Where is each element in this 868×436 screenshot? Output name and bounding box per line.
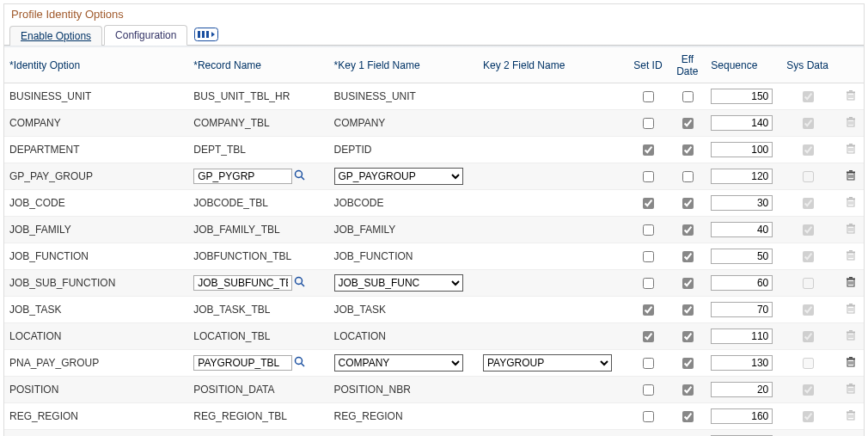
table-row: JOB_CODEJOBCODE_TBLJOBCODE bbox=[4, 190, 864, 217]
setid-checkbox[interactable] bbox=[643, 171, 654, 182]
sequence-input[interactable] bbox=[711, 142, 773, 157]
col-key1[interactable]: *Key 1 Field Name bbox=[329, 48, 478, 83]
svg-rect-8 bbox=[847, 91, 855, 93]
show-all-tabs-icon[interactable] bbox=[194, 28, 218, 41]
setid-checkbox[interactable] bbox=[643, 144, 654, 156]
sequence-input[interactable] bbox=[711, 249, 773, 264]
setid-checkbox[interactable] bbox=[643, 278, 654, 289]
setid-checkbox[interactable] bbox=[643, 304, 654, 316]
key1-select[interactable]: JOB_SUB_FUNC bbox=[334, 274, 463, 292]
record-name-cell: LOCATION_TBL bbox=[188, 323, 328, 350]
setid-checkbox[interactable] bbox=[643, 411, 654, 422]
record-name-input[interactable] bbox=[193, 275, 292, 291]
col-record-name[interactable]: *Record Name bbox=[188, 48, 328, 83]
table-row: JOB_SUB_FUNCTIONJOB_SUB_FUNC bbox=[4, 270, 864, 297]
key1-cell: SAL_ADMIN_PLAN bbox=[329, 430, 478, 437]
delete-row-icon[interactable] bbox=[837, 270, 864, 297]
delete-row-icon[interactable] bbox=[837, 377, 864, 403]
delete-row-icon[interactable] bbox=[837, 297, 864, 323]
delete-row-icon[interactable] bbox=[837, 350, 864, 377]
delete-row-icon[interactable] bbox=[837, 137, 864, 163]
lookup-icon[interactable] bbox=[294, 356, 306, 371]
svg-rect-1 bbox=[198, 31, 200, 38]
effdate-checkbox[interactable] bbox=[682, 171, 694, 182]
effdate-checkbox[interactable] bbox=[682, 304, 694, 316]
delete-row-icon[interactable] bbox=[837, 163, 864, 190]
sequence-input[interactable] bbox=[711, 89, 773, 104]
effdate-checkbox[interactable] bbox=[682, 224, 694, 236]
key1-select[interactable]: COMPANY bbox=[334, 354, 463, 372]
effdate-checkbox[interactable] bbox=[682, 384, 694, 396]
sequence-input[interactable] bbox=[711, 222, 773, 237]
sequence-input[interactable] bbox=[711, 302, 773, 317]
sequence-input[interactable] bbox=[711, 195, 773, 211]
svg-rect-40 bbox=[847, 224, 855, 226]
record-name-cell: JOBCODE_TBL bbox=[188, 190, 328, 217]
record-name-input[interactable] bbox=[193, 169, 292, 184]
svg-rect-35 bbox=[849, 197, 853, 199]
effdate-checkbox[interactable] bbox=[682, 331, 694, 342]
col-eff-date[interactable]: Eff Date bbox=[669, 48, 706, 83]
delete-row-icon[interactable] bbox=[837, 243, 864, 270]
delete-row-icon[interactable] bbox=[837, 83, 864, 110]
record-name-input[interactable] bbox=[193, 355, 292, 371]
setid-checkbox[interactable] bbox=[643, 358, 654, 369]
svg-rect-87 bbox=[849, 410, 853, 412]
sequence-input[interactable] bbox=[711, 115, 773, 131]
tab-configuration[interactable]: Configuration bbox=[104, 25, 187, 46]
effdate-checkbox[interactable] bbox=[682, 118, 694, 129]
sysdata-checkbox bbox=[803, 251, 814, 262]
sequence-input[interactable] bbox=[711, 169, 773, 184]
effdate-checkbox[interactable] bbox=[682, 358, 694, 369]
col-key2[interactable]: Key 2 Field Name bbox=[478, 48, 627, 83]
identity-option-cell: POSITION bbox=[4, 377, 188, 403]
lookup-icon[interactable] bbox=[294, 276, 306, 291]
delete-row-icon[interactable] bbox=[837, 323, 864, 350]
lookup-icon[interactable] bbox=[294, 169, 306, 184]
table-row: JOB_TASKJOB_TASK_TBLJOB_TASK bbox=[4, 297, 864, 323]
key1-cell: POSITION_NBR bbox=[329, 377, 478, 403]
effdate-checkbox[interactable] bbox=[682, 251, 694, 262]
sequence-input[interactable] bbox=[711, 382, 773, 397]
setid-checkbox[interactable] bbox=[643, 251, 654, 262]
effdate-checkbox[interactable] bbox=[682, 144, 694, 156]
setid-checkbox[interactable] bbox=[643, 198, 654, 209]
setid-checkbox[interactable] bbox=[643, 118, 654, 129]
svg-rect-54 bbox=[847, 278, 855, 279]
svg-line-23 bbox=[302, 176, 305, 180]
key1-select[interactable]: GP_PAYGROUP bbox=[334, 168, 463, 185]
key1-cell: DEPTID bbox=[329, 137, 478, 163]
identity-option-cell: JOB_SUB_FUNCTION bbox=[4, 270, 188, 297]
setid-checkbox[interactable] bbox=[643, 224, 654, 236]
delete-row-icon[interactable] bbox=[837, 430, 864, 437]
effdate-checkbox[interactable] bbox=[682, 278, 694, 289]
sequence-input[interactable] bbox=[711, 275, 773, 291]
setid-checkbox[interactable] bbox=[643, 384, 654, 396]
delete-row-icon[interactable] bbox=[837, 190, 864, 217]
svg-line-49 bbox=[302, 283, 305, 286]
svg-rect-55 bbox=[849, 277, 853, 279]
setid-checkbox[interactable] bbox=[643, 331, 654, 342]
delete-row-icon[interactable] bbox=[837, 110, 864, 137]
key2-cell bbox=[478, 217, 627, 243]
effdate-checkbox[interactable] bbox=[682, 411, 694, 422]
col-identity-option[interactable]: *Identity Option bbox=[4, 48, 188, 83]
effdate-checkbox[interactable] bbox=[682, 198, 694, 209]
col-sequence[interactable]: Sequence bbox=[706, 48, 778, 83]
effdate-checkbox[interactable] bbox=[682, 91, 694, 102]
delete-row-icon[interactable] bbox=[837, 403, 864, 430]
col-set-id[interactable]: Set ID bbox=[627, 48, 669, 83]
col-sys-data[interactable]: Sys Data bbox=[778, 48, 837, 83]
tab-enable-options[interactable]: Enable Options bbox=[9, 26, 102, 46]
sequence-input[interactable] bbox=[711, 355, 773, 371]
setid-checkbox[interactable] bbox=[643, 91, 654, 102]
record-name-cell: DEPT_TBL bbox=[188, 137, 328, 163]
delete-row-icon[interactable] bbox=[837, 217, 864, 243]
sequence-input[interactable] bbox=[711, 329, 773, 344]
key2-cell bbox=[478, 297, 627, 323]
sequence-input[interactable] bbox=[711, 408, 773, 424]
key2-select[interactable]: PAYGROUP bbox=[483, 354, 612, 372]
key1-cell: JOB_FUNCTION bbox=[329, 243, 478, 270]
identity-option-cell: COMPANY bbox=[4, 110, 188, 137]
svg-rect-74 bbox=[847, 358, 855, 359]
